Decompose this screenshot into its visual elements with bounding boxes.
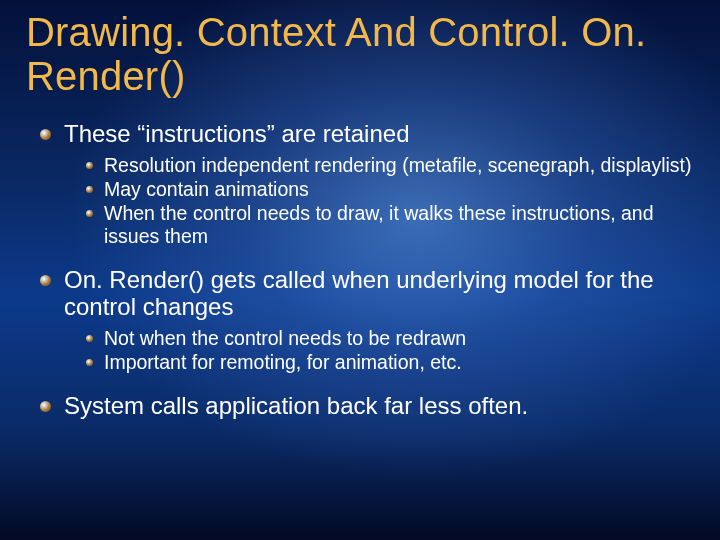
list-item: Important for remoting, for animation, e… <box>86 351 694 374</box>
sub-bullet-text: Important for remoting, for animation, e… <box>104 351 462 373</box>
list-item: Resolution independent rendering (metafi… <box>86 154 694 177</box>
list-item: Not when the control needs to be redrawn <box>86 327 694 350</box>
slide: Drawing. Context And Control. On. Render… <box>0 0 720 540</box>
bullet-text: System calls application back far less o… <box>64 392 528 419</box>
bullet-list: These “instructions” are retained Resolu… <box>26 120 694 419</box>
slide-title: Drawing. Context And Control. On. Render… <box>26 10 694 98</box>
sub-bullet-text: Resolution independent rendering (metafi… <box>104 154 692 176</box>
list-item: On. Render() gets called when underlying… <box>40 266 694 374</box>
list-item: May contain animations <box>86 178 694 201</box>
sub-bullet-text: When the control needs to draw, it walks… <box>104 202 654 247</box>
bullet-text: These “instructions” are retained <box>64 120 410 147</box>
list-item: These “instructions” are retained Resolu… <box>40 120 694 248</box>
sub-bullet-text: Not when the control needs to be redrawn <box>104 327 466 349</box>
sub-bullet-text: May contain animations <box>104 178 309 200</box>
sub-list: Resolution independent rendering (metafi… <box>64 154 694 248</box>
list-item: System calls application back far less o… <box>40 392 694 420</box>
list-item: When the control needs to draw, it walks… <box>86 202 694 248</box>
sub-list: Not when the control needs to be redrawn… <box>64 327 694 374</box>
bullet-text: On. Render() gets called when underlying… <box>64 266 654 321</box>
